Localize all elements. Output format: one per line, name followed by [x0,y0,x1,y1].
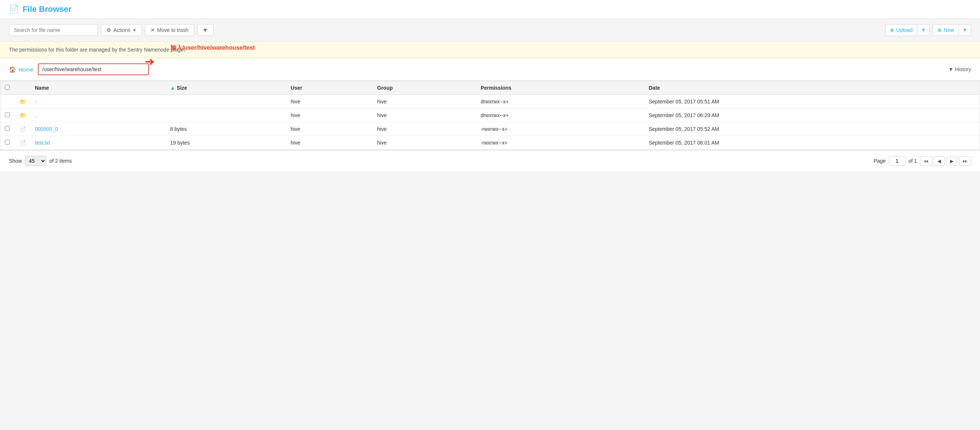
file-user: hive [286,136,372,150]
upload-dropdown: ⊕ Upload ▼ [885,24,929,36]
total-pages-label: of 1 [908,158,917,164]
size-col-header[interactable]: ▲ Size [166,81,286,95]
new-button[interactable]: ⊕ New [933,24,959,36]
file-browser-icon: 📄 [9,5,19,14]
file-size [166,108,286,122]
show-label: Show [9,158,22,164]
path-input[interactable] [38,64,149,75]
new-label: New [944,27,954,33]
table-row: 📁↑hivehivedrwxrwx--x+September 05, 2017 … [0,95,980,108]
filetype-col-header [15,81,30,95]
upload-icon: ⊕ [890,27,894,33]
file-type-icon: 📁 [15,95,30,108]
file-name-text: . [35,112,36,118]
file-group: hive [373,122,476,136]
file-user: hive [286,122,372,136]
file-permissions: -rwxrwx--x+ [476,122,644,136]
search-input[interactable] [9,24,98,36]
name-col-label: Name [35,85,49,91]
file-table-container: Name ▲ Size User Group Permissions Date … [0,81,980,150]
checkbox-col-header [0,81,15,95]
date-col-header: Date [644,81,980,95]
file-size: 19 bytes [166,136,286,150]
home-label: Home [19,66,33,73]
table-header-row: Name ▲ Size User Group Permissions Date [0,81,980,95]
trash-icon: ✕ [151,27,155,33]
size-col-label: Size [177,85,187,91]
file-size: 8 bytes [166,122,286,136]
upload-caret-button[interactable]: ▼ [917,25,929,35]
select-all-checkbox[interactable] [5,85,10,90]
group-col-header: Group [373,81,476,95]
row-checkbox[interactable] [5,140,10,145]
notice-text: The permissions for this folder are mana… [9,47,186,53]
next-page-button[interactable]: ▶ [946,156,958,166]
page-title: File Browser [22,5,72,14]
page-size-select[interactable]: 15 30 45 100 [25,156,46,166]
file-name-link[interactable]: ↑ [35,99,37,105]
toolbar-right: ⊕ Upload ▼ ⊕ New ▼ [885,24,971,36]
table-row: 📄test.txt19 byteshivehive-rwxrwx--x+Sept… [0,136,980,150]
row-checkbox[interactable] [5,126,10,131]
table-row: 📁.hivehivedrwxrwx--x+September 05, 2017 … [0,108,980,122]
file-permissions: drwxrwx--x+ [476,95,644,108]
actions-label: Actions [113,27,130,33]
toolbar: ⚙ Actions ✕ Move to trash ▼ ⊕ Upload ▼ ⊕… [0,19,980,41]
file-date: September 05, 2017 05:52 AM [644,122,980,136]
file-date: September 05, 2017 05:51 AM [644,95,980,108]
pagination: Page of 1 ⏮ ◀ ▶ ⏭ [873,156,971,166]
last-page-button[interactable]: ⏭ [959,156,971,166]
file-table: Name ▲ Size User Group Permissions Date … [0,81,980,150]
home-icon: 🏠 [9,66,16,73]
file-size [166,95,286,108]
history-button[interactable]: ▼ History [948,66,971,72]
prev-page-button[interactable]: ◀ [934,156,945,166]
file-name-link[interactable]: 000000_0 [35,126,58,132]
file-group: hive [373,136,476,150]
file-group: hive [373,108,476,122]
gear-icon: ⚙ [107,27,111,33]
file-permissions: -rwxrwx--x+ [476,136,644,150]
file-date: September 05, 2017 06:01 AM [644,136,980,150]
footer: Show 15 30 45 100 of 2 items Page of 1 ⏮… [0,150,980,171]
file-group: hive [373,95,476,108]
new-dropdown: ⊕ New ▼ [932,24,971,36]
file-type-icon: 📄 [15,122,30,136]
table-row: 📄000000_08 byteshivehive-rwxrwx--x+Septe… [0,122,980,136]
file-type-icon: 📁 [15,108,30,122]
actions-button[interactable]: ⚙ Actions [101,24,142,36]
file-user: hive [286,95,372,108]
row-checkbox[interactable] [5,112,10,117]
move-to-trash-button[interactable]: ✕ Move to trash [145,24,194,36]
notice-bar: The permissions for this folder are mana… [0,41,980,58]
name-col-header[interactable]: Name [30,81,166,95]
page-input[interactable] [889,156,905,166]
move-to-trash-label: Move to trash [157,27,189,33]
home-link[interactable]: 🏠 Home [9,66,33,73]
permissions-col-header: Permissions [476,81,644,95]
sort-arrow-icon: ▲ [170,85,175,91]
file-user: hive [286,108,372,122]
dropdown-extra-button[interactable]: ▼ [197,24,213,36]
page-label: Page [873,158,886,164]
first-page-button[interactable]: ⏮ [920,156,932,166]
file-date: September 05, 2017 06:29 AM [644,108,980,122]
history-label: History [955,66,971,72]
file-type-icon: 📄 [15,136,30,150]
header: 📄 File Browser [0,0,980,19]
upload-button[interactable]: ⊕ Upload [886,24,917,36]
new-caret-button[interactable]: ▼ [959,25,971,35]
file-name-link[interactable]: test.txt [35,140,50,146]
items-count: of 2 items [49,158,72,164]
user-col-header: User [286,81,372,95]
file-permissions: drwxrwx--x+ [476,108,644,122]
path-bar: 🏠 Home 输入/user/hive/warehouse/test ➜ ▼ H… [0,58,980,81]
chevron-down-icon: ▼ [948,66,954,72]
new-icon: ⊕ [937,27,942,33]
upload-label: Upload [896,27,913,33]
